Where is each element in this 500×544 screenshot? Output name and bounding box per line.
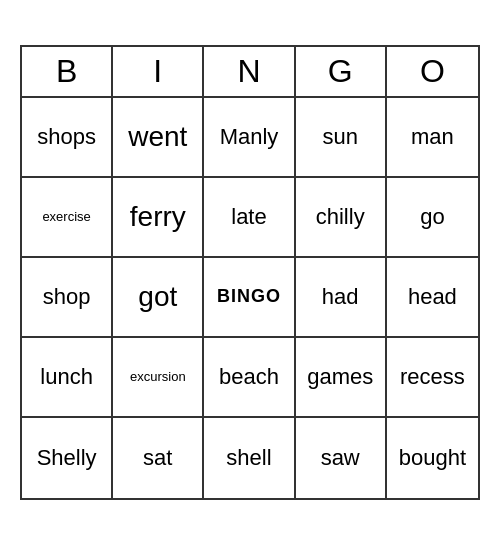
grid-cell: lunch <box>22 338 113 418</box>
grid-cell: excursion <box>113 338 204 418</box>
cell-text: sat <box>143 445 172 471</box>
cell-text: chilly <box>316 204 365 230</box>
grid-cell: chilly <box>296 178 387 258</box>
header-letter: G <box>296 47 387 98</box>
cell-text: beach <box>219 364 279 390</box>
grid-cell: head <box>387 258 478 338</box>
grid-cell: beach <box>204 338 295 418</box>
grid-cell: BINGO <box>204 258 295 338</box>
cell-text: shell <box>226 445 271 471</box>
cell-text: saw <box>321 445 360 471</box>
grid-cell: ferry <box>113 178 204 258</box>
grid-cell: Shelly <box>22 418 113 498</box>
cell-text: go <box>420 204 444 230</box>
grid-cell: had <box>296 258 387 338</box>
grid-cell: go <box>387 178 478 258</box>
cell-text: Manly <box>220 124 279 150</box>
header-letter: I <box>113 47 204 98</box>
grid-cell: exercise <box>22 178 113 258</box>
header-letter: B <box>22 47 113 98</box>
cell-text: had <box>322 284 359 310</box>
cell-text: late <box>231 204 266 230</box>
grid-cell: saw <box>296 418 387 498</box>
cell-text: man <box>411 124 454 150</box>
header-letter: O <box>387 47 478 98</box>
grid-cell: late <box>204 178 295 258</box>
grid-cell: shop <box>22 258 113 338</box>
bingo-grid: shopswentManlysunmanexerciseferrylatechi… <box>20 98 480 500</box>
grid-cell: games <box>296 338 387 418</box>
grid-cell: recess <box>387 338 478 418</box>
cell-text: shop <box>43 284 91 310</box>
cell-text: shops <box>37 124 96 150</box>
cell-text: got <box>138 281 177 313</box>
grid-cell: got <box>113 258 204 338</box>
cell-text: ferry <box>130 201 186 233</box>
cell-text: went <box>128 121 187 153</box>
cell-text: recess <box>400 364 465 390</box>
grid-cell: Manly <box>204 98 295 178</box>
grid-cell: sun <box>296 98 387 178</box>
cell-text: games <box>307 364 373 390</box>
cell-text: Shelly <box>37 445 97 471</box>
cell-text: lunch <box>40 364 93 390</box>
cell-text: BINGO <box>217 286 281 307</box>
grid-cell: sat <box>113 418 204 498</box>
cell-text: exercise <box>42 209 90 224</box>
grid-cell: man <box>387 98 478 178</box>
header-letter: N <box>204 47 295 98</box>
cell-text: head <box>408 284 457 310</box>
cell-text: excursion <box>130 369 186 384</box>
bingo-card: BINGO shopswentManlysunmanexerciseferryl… <box>20 45 480 500</box>
grid-cell: bought <box>387 418 478 498</box>
grid-cell: shops <box>22 98 113 178</box>
bingo-header: BINGO <box>20 45 480 98</box>
cell-text: bought <box>399 445 466 471</box>
cell-text: sun <box>322 124 357 150</box>
grid-cell: went <box>113 98 204 178</box>
grid-cell: shell <box>204 418 295 498</box>
